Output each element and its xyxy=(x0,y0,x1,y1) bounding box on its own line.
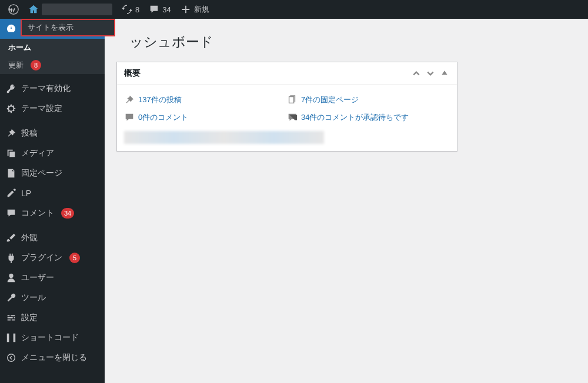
pending-link[interactable]: 34件のコメントが承認待ちです xyxy=(301,112,409,123)
pages-link[interactable]: 7件の固定ページ xyxy=(301,95,359,105)
sidebar-lp[interactable]: LP xyxy=(0,183,105,203)
updates-badge: 8 xyxy=(31,60,41,70)
svg-point-1 xyxy=(8,354,15,362)
sidebar-home[interactable]: ホーム xyxy=(0,39,105,56)
gear-icon xyxy=(6,103,16,114)
panel-toggle-icon[interactable] xyxy=(439,68,450,79)
toolbar-new-label: 新規 xyxy=(194,4,209,15)
page-title: ッシュボード xyxy=(129,33,576,51)
brush-icon xyxy=(6,233,16,243)
wrench-icon xyxy=(6,293,16,303)
sidebar-tools[interactable]: ツール xyxy=(0,288,105,308)
sidebar-updates[interactable]: 更新 8 xyxy=(0,56,105,74)
media-icon xyxy=(6,148,16,159)
comment-icon xyxy=(124,112,135,123)
sidebar-settings[interactable]: 設定 xyxy=(0,308,105,328)
site-name-placeholder xyxy=(42,4,112,15)
admin-toolbar: 8 34 新規 xyxy=(0,0,588,19)
toolbar-updates[interactable]: 8 xyxy=(117,0,144,19)
edit-icon xyxy=(6,188,16,199)
comments-link[interactable]: 0件のコメント xyxy=(138,112,188,123)
comment-icon xyxy=(6,208,16,219)
posts-link[interactable]: 137件の投稿 xyxy=(138,95,182,105)
site-home-icon[interactable] xyxy=(24,0,117,19)
sliders-icon xyxy=(6,313,16,323)
main-content: ッシュボード 概要 137件の投稿 0件のコメント xyxy=(105,19,588,383)
sidebar-posts[interactable]: 投稿 xyxy=(0,123,105,143)
toolbar-comments-count: 34 xyxy=(162,5,171,14)
plugins-badge: 5 xyxy=(69,253,80,263)
stat-pages: 7件の固定ページ xyxy=(287,92,450,110)
blurred-version-info xyxy=(124,131,324,144)
stat-comments: 0件のコメント xyxy=(124,110,287,127)
user-icon xyxy=(6,273,16,283)
pin-icon xyxy=(6,128,16,139)
toolbar-comments[interactable]: 34 xyxy=(144,0,175,19)
page-icon xyxy=(6,168,16,179)
plugin-icon xyxy=(6,253,16,263)
collapse-icon xyxy=(6,352,16,363)
key-icon xyxy=(6,83,16,94)
toolbar-updates-count: 8 xyxy=(135,5,139,14)
panel-header: 概要 xyxy=(117,62,457,85)
sidebar-shortcode[interactable]: ショートコード xyxy=(0,328,105,348)
sidebar-theme-activate[interactable]: テーマ有効化 xyxy=(0,79,105,99)
sidebar-theme-settings[interactable]: テーマ設定 xyxy=(0,99,105,119)
comments-badge: 34 xyxy=(61,208,74,219)
pin-icon xyxy=(124,95,135,105)
bracket-icon xyxy=(6,332,16,343)
admin-sidebar: ホーム 更新 8 テーマ有効化 テーマ設定 投稿 メディア 固定ページ LP コ… xyxy=(0,19,105,383)
sidebar-collapse[interactable]: メニューを閉じる xyxy=(0,348,105,368)
sidebar-pages[interactable]: 固定ページ xyxy=(0,163,105,183)
view-site-label: サイトを表示 xyxy=(28,22,74,33)
toolbar-new[interactable]: 新規 xyxy=(176,0,214,19)
overview-panel: 概要 137件の投稿 0件のコメント xyxy=(116,62,457,152)
panel-up-icon[interactable] xyxy=(411,68,422,79)
panel-down-icon[interactable] xyxy=(425,68,436,79)
sidebar-media[interactable]: メディア xyxy=(0,143,105,163)
sidebar-plugins[interactable]: プラグイン 5 xyxy=(0,248,105,268)
wp-logo[interactable] xyxy=(4,0,24,19)
sidebar-users[interactable]: ユーザー xyxy=(0,268,105,288)
pending-comment-icon xyxy=(287,112,298,123)
stat-pending: 34件のコメントが承認待ちです xyxy=(287,110,450,127)
pages-icon xyxy=(287,95,298,105)
panel-body: 137件の投稿 0件のコメント 7件の固定ページ 34件のコメントが承認待ちです xyxy=(117,85,457,151)
sidebar-comments[interactable]: コメント 34 xyxy=(0,203,105,223)
stat-posts: 137件の投稿 xyxy=(124,92,287,110)
sidebar-appearance[interactable]: 外観 xyxy=(0,228,105,248)
panel-heading: 概要 xyxy=(124,68,141,79)
site-dropdown-view-site[interactable]: サイトを表示 xyxy=(21,19,115,36)
